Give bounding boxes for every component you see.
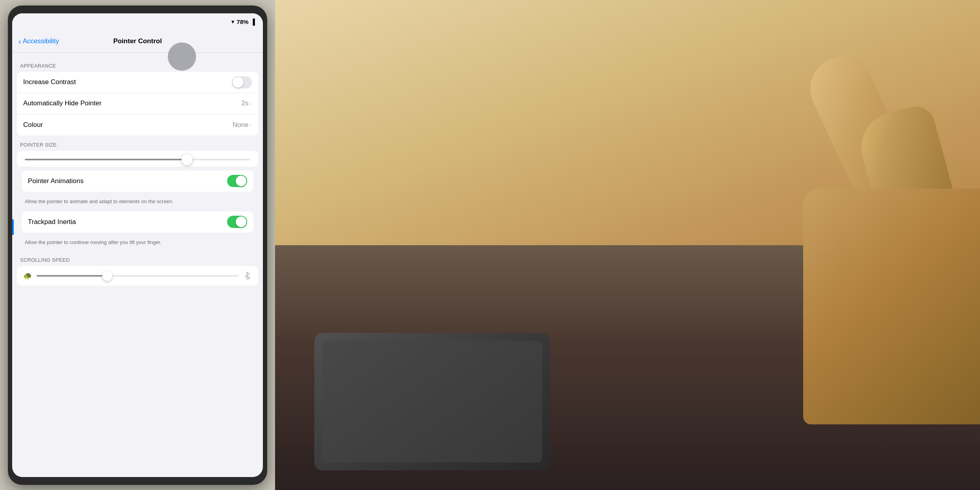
auto-hide-pointer-row[interactable]: Automatically Hide Pointer 2s › <box>17 93 258 114</box>
colour-label: Colour <box>23 121 43 129</box>
scrolling-speed-thumb[interactable] <box>102 271 112 281</box>
pointer-animations-settings-group: Pointer Animations <box>22 171 253 192</box>
pointer-size-slider-container <box>17 151 258 167</box>
colour-row[interactable]: Colour None › <box>17 114 258 136</box>
toggle-knob-contrast <box>233 77 243 88</box>
ipad-frame: ▾ 78% ▐ ‹ Accessibility Pointer Control <box>8 6 267 485</box>
pointer-animations-description: Allow the pointer to animate and adapt t… <box>17 196 258 210</box>
ipad-container: ▾ 78% ▐ ‹ Accessibility Pointer Control <box>0 0 275 490</box>
trackpad-inertia-row[interactable]: Trackpad Inertia <box>22 211 253 233</box>
appearance-section-header: APPEARANCE <box>12 61 263 72</box>
scrolling-speed-slider-row: 🐢 🐇 <box>17 266 258 286</box>
left-accent <box>12 219 14 235</box>
trackpad-device <box>314 333 550 470</box>
toggle-knob-inertia <box>236 217 246 227</box>
nav-back-label: Accessibility <box>23 37 59 45</box>
colour-value: None › <box>233 121 252 129</box>
pointer-animations-toggle[interactable] <box>227 175 247 187</box>
scroll-fast-icon: 🐇 <box>243 272 252 280</box>
colour-value-text: None <box>233 121 249 129</box>
palm <box>803 189 980 424</box>
auto-hide-value-text: 2s <box>241 99 248 107</box>
photo-background <box>275 0 980 490</box>
pointer-size-slider-thumb[interactable] <box>182 154 193 165</box>
battery-icon: ▐ <box>251 18 255 25</box>
trackpad-inertia-toggle[interactable] <box>227 216 247 228</box>
hand-finger-group <box>626 31 980 385</box>
auto-hide-pointer-label: Automatically Hide Pointer <box>23 99 101 107</box>
scrolling-speed-fill <box>37 275 107 277</box>
pointer-size-section-header: POINTER SIZE <box>12 139 263 151</box>
status-bar: ▾ 78% ▐ <box>12 13 263 31</box>
scroll-slow-icon: 🐢 <box>23 272 32 280</box>
back-chevron-icon: ‹ <box>18 37 21 46</box>
nav-back-button[interactable]: ‹ Accessibility <box>18 37 59 46</box>
settings-content[interactable]: APPEARANCE Increase Contrast Automatical… <box>12 53 263 477</box>
pointer-size-slider-track[interactable] <box>25 159 250 160</box>
auto-hide-pointer-value: 2s › <box>241 99 252 107</box>
trackpad-inertia-label: Trackpad Inertia <box>28 218 76 226</box>
trackpad-inertia-settings-group: Trackpad Inertia <box>22 211 253 233</box>
scrolling-speed-header: SCROLLING SPEED <box>12 255 263 266</box>
increase-contrast-toggle[interactable] <box>232 76 252 88</box>
pointer-animations-label: Pointer Animations <box>28 177 84 185</box>
nav-bar-wrapper: ‹ Accessibility Pointer Control <box>12 31 263 53</box>
nav-bar: ‹ Accessibility Pointer Control <box>12 31 263 53</box>
increase-contrast-row[interactable]: Increase Contrast <box>17 72 258 93</box>
pointer-size-slider-fill <box>25 159 187 160</box>
scrolling-speed-section: SCROLLING SPEED 🐢 🐇 <box>12 255 263 286</box>
trackpad-inertia-group: Trackpad Inertia Allow the pointer to co… <box>17 211 258 251</box>
auto-hide-chevron-icon: › <box>250 100 252 106</box>
colour-chevron-icon: › <box>250 122 252 128</box>
trackpad-inertia-description: Allow the pointer to continue moving aft… <box>17 237 258 251</box>
ipad-screen: ▾ 78% ▐ ‹ Accessibility Pointer Control <box>12 13 263 477</box>
appearance-settings-group: Increase Contrast Automatically Hide Poi… <box>17 72 258 136</box>
toggle-knob-animations <box>236 176 246 186</box>
status-bar-content: ▾ 78% ▐ <box>231 18 255 25</box>
pointer-size-slider-section <box>17 151 258 167</box>
nav-title: Pointer Control <box>113 37 162 45</box>
increase-contrast-label: Increase Contrast <box>23 78 76 86</box>
scrolling-speed-track[interactable] <box>37 275 239 277</box>
pointer-animations-row[interactable]: Pointer Animations <box>22 171 253 192</box>
pointer-animations-group: Pointer Animations Allow the pointer to … <box>17 171 258 210</box>
battery-percent: 78% <box>237 18 248 25</box>
trackpad-surface <box>322 341 542 462</box>
wifi-icon: ▾ <box>231 19 234 25</box>
